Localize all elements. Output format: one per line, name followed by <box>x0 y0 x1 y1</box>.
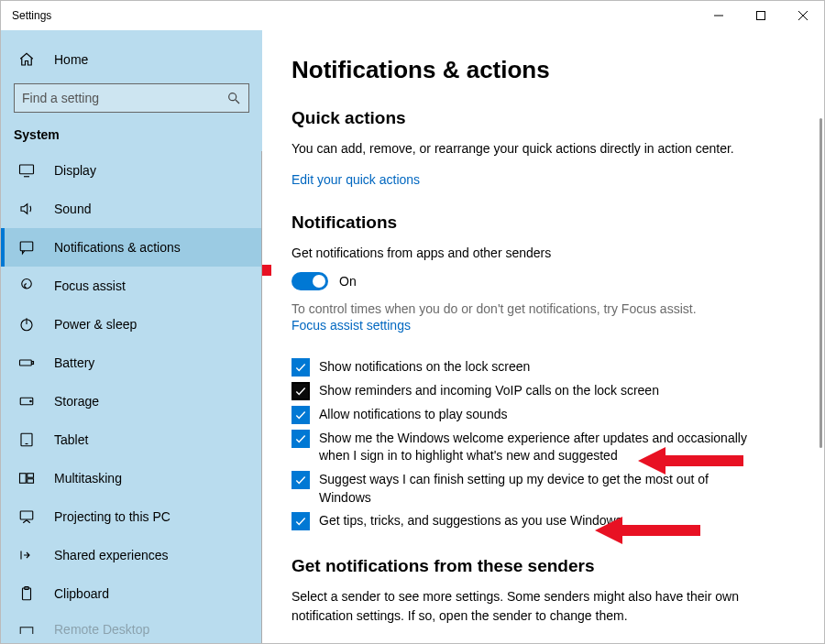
edit-quick-actions-link[interactable]: Edit your quick actions <box>292 172 420 187</box>
checkbox[interactable] <box>292 471 310 489</box>
svg-rect-20 <box>20 511 33 519</box>
battery-icon <box>17 355 36 371</box>
svg-rect-12 <box>32 362 34 365</box>
category-label: System <box>1 122 262 151</box>
search-input[interactable] <box>14 83 249 113</box>
check-reminders-voip: Show reminders and incoming VoIP calls o… <box>292 382 750 400</box>
svg-rect-6 <box>20 165 34 174</box>
power-icon <box>17 316 36 333</box>
check-label: Show reminders and incoming VoIP calls o… <box>319 382 659 400</box>
senders-section: Get notifications from these senders Sel… <box>292 556 750 625</box>
sound-icon <box>17 201 36 217</box>
checkbox[interactable] <box>292 382 310 400</box>
sidebar-item-label: Sound <box>54 202 91 216</box>
notifications-toggle-label: Get notifications from apps and other se… <box>292 244 750 262</box>
remote-icon <box>17 625 36 634</box>
titlebar: Settings <box>1 1 824 30</box>
home-label: Home <box>54 52 88 67</box>
check-lock-screen: Show notifications on the lock screen <box>292 358 750 377</box>
check-label: Show me the Windows welcome experience a… <box>319 430 750 465</box>
check-tips-tricks: Get tips, tricks, and suggestions as you… <box>292 512 750 530</box>
sidebar-item-label: Projecting to this PC <box>54 509 170 524</box>
tablet-icon <box>17 431 36 448</box>
notifications-icon <box>17 239 36 256</box>
svg-rect-23 <box>20 628 33 634</box>
svg-rect-18 <box>28 474 34 478</box>
sidebar-item-display[interactable]: Display <box>1 151 261 190</box>
sidebar-item-label: Clipboard <box>54 586 109 601</box>
svg-rect-11 <box>20 360 32 366</box>
focus-hint: To control times when you do or don't ge… <box>292 300 750 318</box>
sidebar-item-tablet[interactable]: Tablet <box>1 420 261 459</box>
display-icon <box>17 162 36 179</box>
multitasking-icon <box>17 470 36 486</box>
sidebar-item-projecting[interactable]: Projecting to this PC <box>1 497 261 536</box>
search-field[interactable] <box>22 91 226 105</box>
sidebar-item-label: Tablet <box>54 432 88 447</box>
check-welcome-experience: Show me the Windows welcome experience a… <box>292 430 750 465</box>
checkbox[interactable] <box>292 430 310 448</box>
nav-list: Display Sound Notifications & actions Fo… <box>1 151 262 643</box>
content-pane: Notifications & actions Quick actions Yo… <box>262 30 824 643</box>
sidebar: Home System Display Sound <box>1 30 262 643</box>
sidebar-item-clipboard[interactable]: Clipboard <box>1 574 261 613</box>
home-button[interactable]: Home <box>1 41 262 78</box>
sidebar-item-sound[interactable]: Sound <box>1 190 261 228</box>
sidebar-item-label: Display <box>54 163 96 178</box>
sidebar-item-focus-assist[interactable]: Focus assist <box>1 267 261 305</box>
minimize-button[interactable] <box>698 1 740 30</box>
svg-rect-19 <box>28 479 34 484</box>
sidebar-item-label: Power & sleep <box>54 317 137 332</box>
sidebar-item-power-sleep[interactable]: Power & sleep <box>1 305 261 344</box>
quick-actions-heading: Quick actions <box>292 108 750 128</box>
window-controls <box>698 1 824 30</box>
sidebar-item-label: Focus assist <box>54 278 126 293</box>
svg-point-14 <box>30 400 32 402</box>
shared-icon <box>17 547 36 563</box>
sidebar-item-label: Remote Desktop <box>54 622 149 637</box>
search-icon <box>226 91 241 105</box>
quick-actions-section: Quick actions You can add, remove, or re… <box>292 108 750 187</box>
sidebar-item-multitasking[interactable]: Multitasking <box>1 459 261 497</box>
focus-assist-icon <box>17 278 36 294</box>
sidebar-item-battery[interactable]: Battery <box>1 344 261 382</box>
page-title: Notifications & actions <box>292 56 787 84</box>
sidebar-item-label: Multitasking <box>54 471 122 486</box>
notifications-heading: Notifications <box>292 213 750 233</box>
window-body: Home System Display Sound <box>1 30 824 643</box>
close-button[interactable] <box>782 1 824 30</box>
home-icon <box>17 51 36 68</box>
sidebar-item-shared-experiences[interactable]: Shared experiences <box>1 536 261 574</box>
checkbox[interactable] <box>292 406 310 424</box>
svg-rect-8 <box>20 242 33 251</box>
svg-rect-1 <box>757 12 765 20</box>
maximize-button[interactable] <box>740 1 782 30</box>
svg-line-5 <box>236 100 239 104</box>
sidebar-item-storage[interactable]: Storage <box>1 382 261 420</box>
notifications-toggle[interactable] <box>292 272 328 290</box>
storage-icon <box>17 393 36 409</box>
senders-heading: Get notifications from these senders <box>292 556 750 576</box>
settings-window: Settings Home Syste <box>0 0 825 644</box>
check-label: Allow notifications to play sounds <box>319 406 507 424</box>
checkbox[interactable] <box>292 358 310 377</box>
window-title: Settings <box>12 9 698 22</box>
sidebar-item-notifications[interactable]: Notifications & actions <box>1 228 261 267</box>
check-label: Suggest ways I can finish setting up my … <box>319 471 750 507</box>
svg-rect-17 <box>20 474 27 484</box>
senders-body: Select a sender to see more settings. So… <box>292 587 750 625</box>
check-play-sounds: Allow notifications to play sounds <box>292 406 750 424</box>
toggle-state-label: On <box>339 274 357 289</box>
quick-actions-body: You can add, remove, or rearrange your q… <box>292 139 750 158</box>
scrollbar[interactable] <box>820 118 822 448</box>
projecting-icon <box>17 508 36 525</box>
svg-point-4 <box>229 93 236 101</box>
notifications-section: Notifications Get notifications from app… <box>292 213 750 530</box>
focus-assist-link[interactable]: Focus assist settings <box>292 318 411 333</box>
checkbox[interactable] <box>292 512 310 530</box>
sidebar-item-label: Storage <box>54 394 99 409</box>
check-label: Show notifications on the lock screen <box>319 358 530 377</box>
sidebar-item-label: Battery <box>54 355 94 370</box>
sidebar-item-remote-desktop[interactable]: Remote Desktop <box>1 613 261 637</box>
check-label: Get tips, tricks, and suggestions as you… <box>319 512 622 530</box>
